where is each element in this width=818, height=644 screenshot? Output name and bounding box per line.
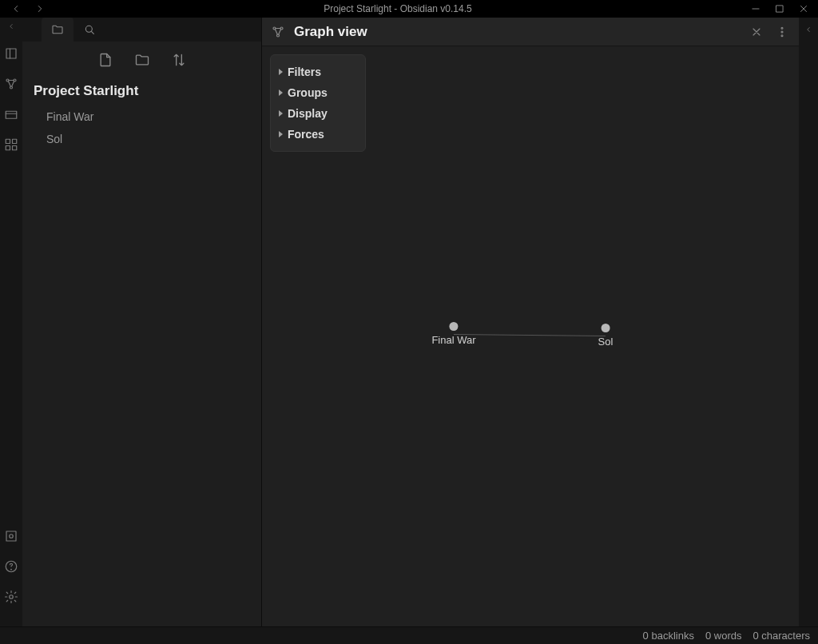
- control-label: Filters: [288, 66, 321, 78]
- svg-rect-8: [6, 146, 10, 150]
- file-item[interactable]: Final War: [22, 105, 261, 128]
- control-label: Forces: [288, 128, 324, 141]
- vault-name[interactable]: Project Starlight: [22, 74, 261, 105]
- right-ribbon: [799, 18, 818, 626]
- node-label: Final War: [431, 334, 475, 346]
- file-explorer-tab[interactable]: [42, 18, 73, 42]
- chevron-right-icon: [279, 69, 283, 75]
- svg-point-15: [85, 26, 92, 32]
- view-more-button[interactable]: [773, 23, 791, 41]
- status-chars: 0 characters: [752, 630, 810, 642]
- svg-point-20: [781, 31, 783, 33]
- svg-point-13: [11, 569, 12, 570]
- graph-edge: [454, 334, 606, 336]
- node-dot: [449, 322, 458, 331]
- svg-rect-9: [13, 146, 17, 150]
- graph-view-icon[interactable]: [4, 77, 18, 91]
- svg-rect-6: [6, 139, 10, 143]
- file-item[interactable]: Sol: [22, 128, 261, 150]
- chevron-right-icon: [279, 131, 283, 137]
- graph-canvas[interactable]: FiltersGroupsDisplayForces Final WarSol: [262, 46, 799, 626]
- canvas-icon[interactable]: [4, 107, 18, 121]
- status-words: 0 words: [705, 630, 742, 642]
- svg-point-14: [10, 595, 14, 599]
- nav-forward-button[interactable]: [34, 2, 46, 15]
- graph-control-section[interactable]: Groups: [279, 82, 354, 103]
- svg-rect-7: [13, 139, 17, 143]
- svg-point-19: [781, 27, 783, 29]
- collapse-left-icon[interactable]: [7, 22, 15, 30]
- svg-point-11: [10, 535, 14, 539]
- graph-control-section[interactable]: Display: [279, 103, 354, 124]
- status-bar: 0 backlinks 0 words 0 characters: [0, 626, 818, 644]
- graph-control-section[interactable]: Filters: [279, 62, 354, 82]
- command-palette-icon[interactable]: [4, 137, 18, 152]
- svg-point-21: [781, 34, 783, 36]
- left-ribbon: [0, 18, 22, 626]
- graph-node[interactable]: Sol: [598, 324, 614, 348]
- nav-back-button[interactable]: [10, 2, 22, 15]
- graph-header-icon: [270, 24, 286, 40]
- collapse-right-icon[interactable]: [804, 22, 812, 30]
- new-folder-button[interactable]: [134, 52, 150, 68]
- window-title: Project Starlight - Obsidian v0.14.5: [46, 3, 749, 14]
- view-close-button[interactable]: [748, 23, 765, 41]
- graph-controls-panel: FiltersGroupsDisplayForces: [270, 54, 366, 152]
- window-maximize-button[interactable]: [773, 2, 786, 15]
- new-note-button[interactable]: [97, 52, 113, 68]
- control-label: Display: [288, 107, 328, 120]
- window-close-button[interactable]: [797, 2, 810, 15]
- svg-rect-10: [6, 531, 16, 541]
- control-label: Groups: [288, 86, 328, 99]
- graph-node[interactable]: Final War: [431, 322, 475, 346]
- file-explorer-panel: Project Starlight Final WarSol: [22, 18, 262, 626]
- chevron-right-icon: [279, 110, 283, 117]
- status-backlinks[interactable]: 0 backlinks: [643, 630, 694, 642]
- search-tab[interactable]: [73, 18, 105, 42]
- view-title: Graph view: [294, 24, 740, 40]
- graph-control-section[interactable]: Forces: [279, 124, 354, 145]
- node-dot: [601, 324, 610, 332]
- svg-rect-5: [6, 111, 17, 118]
- sort-button[interactable]: [171, 52, 187, 68]
- main-view: Graph view FiltersGroupsDisplayForces Fi…: [262, 18, 799, 626]
- titlebar: Project Starlight - Obsidian v0.14.5: [0, 0, 818, 18]
- svg-rect-0: [776, 6, 783, 12]
- chevron-right-icon: [279, 89, 283, 96]
- help-icon[interactable]: [4, 559, 18, 574]
- window-minimize-button[interactable]: [749, 2, 762, 15]
- settings-icon[interactable]: [4, 590, 18, 604]
- svg-rect-1: [6, 49, 16, 58]
- vault-icon[interactable]: [4, 529, 18, 543]
- node-label: Sol: [598, 336, 614, 348]
- quick-switcher-icon[interactable]: [4, 46, 18, 61]
